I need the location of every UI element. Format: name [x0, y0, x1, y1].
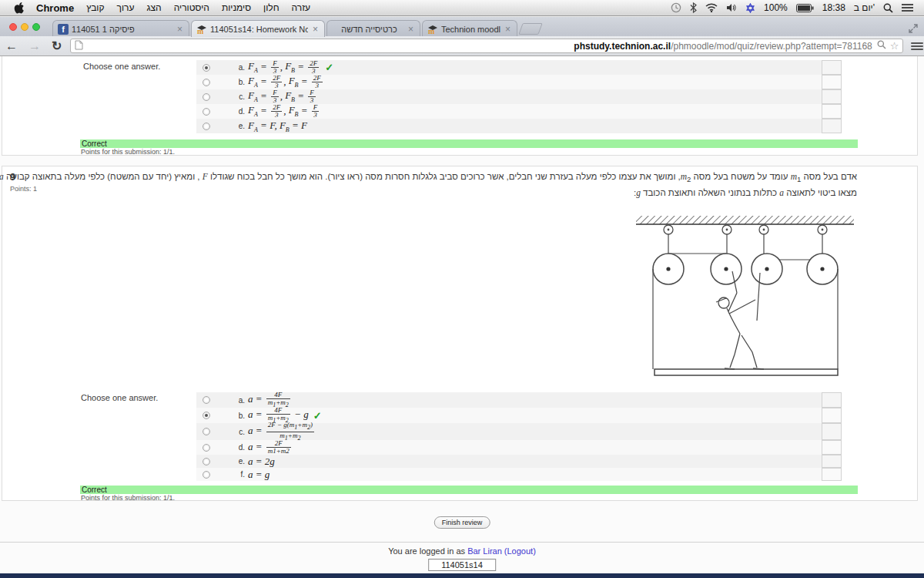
option-letter: c. [234, 92, 245, 101]
forward-button[interactable]: → [23, 40, 46, 52]
question-9-options: a. a = 4Fm1+m2 ✓ b. a = 4Fm1+m2 − g ✓ c.… [196, 392, 842, 481]
url-bar[interactable]: phstudy.technion.ac.il/phmoodle/mod/quiz… [70, 39, 903, 53]
window-zoom-button[interactable] [32, 23, 40, 31]
back-button[interactable]: ← [0, 40, 23, 52]
feedback-box [822, 392, 842, 408]
radio-button[interactable] [203, 396, 210, 404]
feedback-box [822, 89, 842, 104]
reload-button[interactable]: ↻ [46, 40, 67, 52]
fullscreen-expand-icon[interactable] [909, 22, 918, 36]
notification-center-icon[interactable] [902, 3, 913, 12]
correct-feedback-bar: Correct [80, 486, 858, 494]
answer-option-row[interactable]: f. a = g ✓ [196, 468, 842, 481]
answer-option-row[interactable]: c. a = 2F − g(m1+m2)m1+m2 ✓ [196, 423, 842, 440]
window-close-button[interactable] [9, 23, 17, 31]
answer-option-row[interactable]: a. FA = F3, FB = 2F3 ✓ [196, 60, 842, 75]
menu-bookmarks[interactable]: סימניות [222, 2, 251, 13]
answer-option-row[interactable]: e. a = 2g ✓ [196, 455, 842, 468]
radio-button[interactable] [203, 458, 210, 465]
url-path: /phmoodle/mod/quiz/review.php?attempt=78… [671, 41, 872, 52]
menu-file[interactable]: קובץ [86, 2, 104, 13]
option-formula: FA = 2F3, FB = 2F3 [248, 75, 324, 90]
option-formula: FA = F3, FB = 2F3 [248, 60, 320, 76]
feedback-box [822, 60, 842, 75]
browser-toolbar: ← → ↻ phstudy.technion.ac.il/phmoodle/mo… [0, 36, 924, 56]
option-letter: e. [234, 122, 245, 130]
tab-title: 114051s14: Homework No [210, 25, 308, 34]
radio-button[interactable] [203, 108, 210, 116]
tab-close-icon[interactable]: × [311, 24, 320, 35]
tab-technion-moodle[interactable]: m Technion moodle × [422, 20, 517, 37]
moodle-icon: m [427, 24, 438, 35]
radio-button[interactable] [203, 64, 210, 72]
mac-menu-bar: Chrome קובץ ערוך הצג היסטוריה סימניות חל… [0, 0, 924, 16]
menu-history[interactable]: היסטוריה [174, 2, 209, 13]
option-formula: FA = 2F3, FB = F3 [248, 104, 320, 119]
radio-button[interactable] [203, 93, 210, 101]
radio-button[interactable] [203, 79, 210, 86]
bookmark-star-icon[interactable]: ☆ [890, 40, 899, 52]
search-icon[interactable] [877, 40, 886, 52]
answer-option-row[interactable]: d. a = 2Fm1+m2 ✓ [196, 440, 842, 455]
option-letter: c. [234, 428, 245, 436]
answer-option-row[interactable]: d. FA = 2F3, FB = F3 ✓ [196, 104, 842, 119]
tab-facebook[interactable]: f 114051 1 פיסיקה × [52, 20, 189, 37]
volume-icon[interactable] [726, 3, 737, 12]
app-name[interactable]: Chrome [36, 2, 74, 14]
battery-percentage: 100% [764, 2, 788, 13]
course-shortname-button[interactable]: 114051s14 [428, 559, 496, 571]
option-letter: a. [234, 63, 245, 72]
menu-help[interactable]: עזרה [292, 2, 311, 13]
chrome-menu-icon[interactable] [911, 41, 923, 52]
question-8-options: a. FA = F3, FB = 2F3 ✓ b. FA = 2F3, FB =… [196, 60, 842, 133]
url-host: phstudy.technion.ac.il [574, 41, 671, 52]
option-letter: a. [234, 396, 245, 405]
logout-link[interactable]: (Logout) [504, 546, 536, 556]
option-formula: FA = F, FB = F [248, 119, 307, 133]
menu-view[interactable]: הצג [146, 2, 161, 13]
radio-button[interactable] [203, 412, 210, 419]
feedback-box [822, 119, 842, 133]
finish-review-button[interactable]: Finish review [434, 516, 490, 529]
menu-window[interactable]: חלון [263, 2, 280, 13]
new-tab-button[interactable] [518, 23, 542, 35]
radio-button[interactable] [203, 123, 210, 130]
tab-title: Technion moodle [441, 25, 500, 34]
footer-divider [0, 542, 924, 543]
page-icon [75, 40, 83, 52]
option-letter: b. [234, 78, 245, 86]
facebook-icon: f [58, 24, 69, 35]
answer-option-row[interactable]: a. a = 4Fm1+m2 ✓ [196, 392, 842, 408]
feedback-box [822, 455, 842, 468]
answer-option-row[interactable]: c. FA = F3, FB = F3 ✓ [196, 89, 842, 104]
svg-text:m: m [197, 27, 204, 35]
tab-close-icon[interactable]: × [504, 24, 512, 35]
option-formula: FA = F3, FB = F3 [248, 89, 317, 105]
answer-option-row[interactable]: b. FA = 2F3, FB = 2F3 ✓ [196, 75, 842, 89]
bluetooth-icon[interactable] [690, 2, 697, 13]
input-language-icon[interactable] [745, 3, 755, 13]
clock-time[interactable]: 18:38 [822, 2, 845, 13]
question-text-line2: מצאו ביטוי לתאוצה a כתלות בנתוני השאלה ו… [634, 188, 857, 197]
option-letter: f. [234, 470, 245, 479]
window-minimize-button[interactable] [21, 23, 28, 31]
wifi-icon[interactable] [705, 3, 718, 12]
menu-edit[interactable]: ערוך [117, 2, 135, 13]
answer-option-row[interactable]: e. FA = F, FB = F ✓ [196, 119, 842, 133]
tab-new-tab[interactable]: כרטיסייה חדשה × [326, 20, 420, 37]
radio-button[interactable] [203, 428, 210, 435]
time-machine-icon[interactable] [671, 2, 681, 13]
apple-icon[interactable] [14, 2, 24, 14]
option-formula: a = g [248, 469, 270, 481]
tab-close-icon[interactable]: × [176, 24, 184, 35]
radio-button[interactable] [203, 444, 210, 452]
battery-icon[interactable] [796, 4, 814, 12]
feedback-box [822, 75, 842, 89]
tab-close-icon[interactable]: × [407, 24, 415, 35]
tab-homework-active[interactable]: m 114051s14: Homework No × [191, 20, 325, 37]
radio-button[interactable] [203, 471, 210, 479]
user-link[interactable]: Bar Liran [467, 546, 502, 556]
option-letter: d. [234, 443, 245, 452]
screen: Chrome קובץ ערוך הצג היסטוריה סימניות חל… [0, 0, 924, 578]
spotlight-icon[interactable] [883, 3, 893, 13]
